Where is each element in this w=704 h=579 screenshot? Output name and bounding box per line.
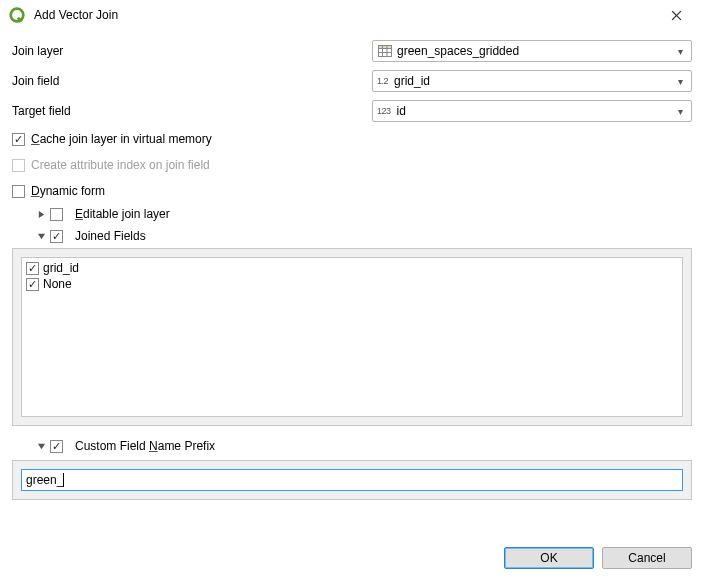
chevron-down-icon (673, 76, 687, 87)
cache-label: Cache join layer in virtual memory (31, 132, 212, 146)
joined-fields-panel: grid_id None (12, 248, 692, 426)
target-field-combo[interactable]: 123 id (372, 100, 692, 122)
titlebar: Add Vector Join (0, 0, 704, 30)
prefix-checkbox[interactable] (50, 440, 63, 453)
triangle-down-icon (37, 442, 46, 451)
window-title: Add Vector Join (34, 8, 656, 22)
close-icon (671, 10, 682, 21)
join-field-value: grid_id (394, 74, 673, 88)
svg-marker-11 (37, 443, 44, 448)
joined-fields-list[interactable]: grid_id None (21, 257, 683, 417)
ok-button[interactable]: OK (504, 547, 594, 569)
triangle-down-icon (37, 232, 46, 241)
triangle-right-icon (37, 210, 46, 219)
joined-fields-checkbox[interactable] (50, 230, 63, 243)
table-icon (377, 45, 393, 57)
ok-button-label: OK (540, 551, 557, 565)
field-name: None (43, 277, 72, 291)
prefix-label: Custom Field Name Prefix (75, 439, 215, 453)
field-type-integer-icon: 123 (377, 106, 391, 116)
svg-rect-5 (379, 46, 392, 49)
chevron-down-icon (673, 46, 687, 57)
create-index-label: Create attribute index on join field (31, 158, 210, 172)
svg-marker-9 (38, 210, 43, 217)
joined-fields-label: Joined Fields (75, 229, 146, 243)
dynamic-form-checkbox[interactable] (12, 185, 25, 198)
prefix-input[interactable]: green_ (21, 469, 683, 491)
cache-checkbox[interactable] (12, 133, 25, 146)
chevron-down-icon (673, 106, 687, 117)
prefix-panel: green_ (12, 460, 692, 500)
join-layer-combo[interactable]: green_spaces_gridded (372, 40, 692, 62)
join-field-combo[interactable]: 1.2 grid_id (372, 70, 692, 92)
dynamic-form-label: Dynamic form (31, 184, 105, 198)
field-name: grid_id (43, 261, 79, 275)
svg-marker-10 (37, 233, 44, 238)
editable-checkbox[interactable] (50, 208, 63, 221)
field-type-decimal-icon: 1.2 (377, 76, 388, 86)
joined-fields-expand-toggle[interactable] (34, 229, 48, 243)
app-logo-icon (8, 6, 26, 24)
text-caret (63, 473, 64, 487)
join-layer-value: green_spaces_gridded (397, 44, 673, 58)
cancel-button-label: Cancel (628, 551, 665, 565)
join-layer-label: Join layer (12, 44, 372, 58)
cancel-button[interactable]: Cancel (602, 547, 692, 569)
field-checkbox[interactable] (26, 278, 39, 291)
list-item[interactable]: grid_id (26, 260, 678, 276)
editable-label: Editable join layer (75, 207, 170, 221)
join-field-label: Join field (12, 74, 372, 88)
prefix-input-value: green_ (26, 473, 63, 487)
target-field-label: Target field (12, 104, 372, 118)
close-button[interactable] (656, 1, 696, 29)
target-field-value: id (397, 104, 673, 118)
list-item[interactable]: None (26, 276, 678, 292)
prefix-expand-toggle[interactable] (34, 439, 48, 453)
create-index-checkbox (12, 159, 25, 172)
editable-expand-toggle[interactable] (34, 207, 48, 221)
field-checkbox[interactable] (26, 262, 39, 275)
